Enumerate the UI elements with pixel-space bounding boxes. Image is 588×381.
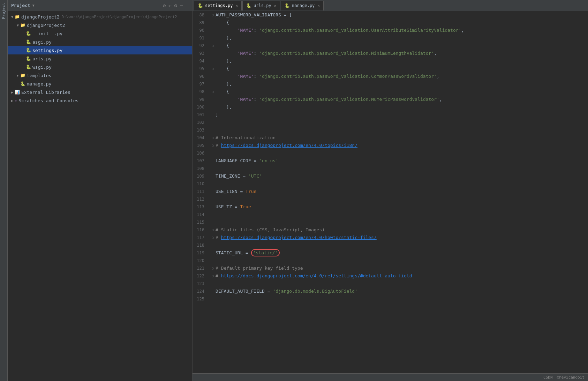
- code-line-100[interactable]: 100 },: [193, 103, 588, 111]
- tab-close-urls-tab[interactable]: ×: [274, 3, 277, 8]
- code-line-102[interactable]: 102: [193, 119, 588, 126]
- code-line-92[interactable]: 92○ {: [193, 42, 588, 50]
- tree-item-external-libs[interactable]: ▶📊 External Libraries: [8, 88, 192, 96]
- file-tree: ▼📁 djangoProject2D:\work\djangoProject\d…: [8, 11, 192, 381]
- code-line-99[interactable]: 99 'NAME': 'django.contrib.auth.password…: [193, 96, 588, 103]
- code-editor[interactable]: 88○AUTH_PASSWORD_VALIDATORS = [89 {90 'N…: [193, 11, 588, 373]
- tree-item-wsgi[interactable]: 🐍 wsgi.py: [8, 63, 192, 71]
- tab-label-settings-tab: settings.py: [205, 3, 233, 8]
- code-line-105[interactable]: 105○# https://docs.djangoproject.com/en/…: [193, 142, 588, 149]
- tree-item-djangoProject2-root[interactable]: ▼📁 djangoProject2D:\work\djangoProject\d…: [8, 13, 192, 21]
- tree-item-manage[interactable]: 🐍 manage.py: [8, 80, 192, 88]
- file-icon-external-libs: 📊: [15, 90, 20, 95]
- code-line-104[interactable]: 104○# Internationalization: [193, 134, 588, 142]
- code-line-110[interactable]: 110: [193, 180, 588, 188]
- tree-arrow-scratches[interactable]: ▶: [10, 99, 15, 103]
- tab-bar: 🐍settings.py×🐍urls.py×🐍manage.py×: [193, 0, 588, 11]
- line-content-94: },: [216, 57, 588, 65]
- code-line-123[interactable]: 123: [193, 280, 588, 287]
- tree-arrow-djangoProject2-inner[interactable]: ▼: [15, 23, 20, 27]
- code-line-118[interactable]: 118: [193, 241, 588, 249]
- locate-icon[interactable]: ⊙: [163, 3, 166, 8]
- code-line-109[interactable]: 109TIME_ZONE = 'UTC': [193, 172, 588, 180]
- code-line-97[interactable]: 97 },: [193, 80, 588, 88]
- collapse-all-icon[interactable]: ⇤: [168, 3, 171, 8]
- tree-item-__init__[interactable]: 🐍 __init__.py: [8, 29, 192, 38]
- line-content-104: # Internationalization: [216, 134, 588, 142]
- gear-icon[interactable]: ⋯: [180, 3, 183, 8]
- hide-icon[interactable]: —: [186, 3, 189, 8]
- panel-title-text: Project: [11, 3, 30, 8]
- tab-settings-tab[interactable]: 🐍settings.py×: [194, 1, 242, 10]
- tree-item-templates[interactable]: ▶📁 templates: [8, 71, 192, 80]
- line-gutter-105: ○: [210, 142, 216, 149]
- panel-dropdown-arrow[interactable]: ▼: [32, 3, 35, 7]
- tree-settings-icon[interactable]: ⚙: [174, 3, 177, 8]
- line-number-99: 99: [193, 96, 210, 103]
- tree-item-settings[interactable]: 🐍 settings.py: [8, 46, 192, 54]
- tab-urls-tab[interactable]: 🐍urls.py×: [242, 1, 280, 10]
- line-gutter-95: ○: [210, 65, 216, 73]
- file-icon-templates: 📁: [20, 73, 25, 78]
- code-line-124[interactable]: 124DEFAULT_AUTO_FIELD = 'django.db.model…: [193, 287, 588, 295]
- line-gutter-122: ○: [210, 272, 216, 280]
- tree-item-djangoProject2-inner[interactable]: ▼📁 djangoProject2: [8, 21, 192, 29]
- code-line-114[interactable]: 114: [193, 211, 588, 218]
- tab-label-urls-tab: urls.py: [254, 3, 271, 8]
- line-number-91: 91: [193, 34, 210, 42]
- line-number-120: 120: [193, 257, 210, 264]
- code-line-96[interactable]: 96 'NAME': 'django.contrib.auth.password…: [193, 73, 588, 80]
- tab-close-manage-tab[interactable]: ×: [317, 3, 320, 8]
- code-line-103[interactable]: 103: [193, 126, 588, 134]
- tab-manage-tab[interactable]: 🐍manage.py×: [281, 1, 324, 10]
- line-number-118: 118: [193, 241, 210, 249]
- code-line-115[interactable]: 115: [193, 218, 588, 226]
- tree-arrow-djangoProject2-root[interactable]: ▼: [10, 15, 15, 19]
- line-number-107: 107: [193, 157, 210, 165]
- line-number-92: 92: [193, 42, 210, 50]
- code-line-95[interactable]: 95○ {: [193, 65, 588, 73]
- code-line-111[interactable]: 111USE_I18N = True: [193, 188, 588, 195]
- brand-label: CSDN: [543, 375, 553, 380]
- tree-label-scratches: Scratches and Consoles: [18, 98, 78, 103]
- code-line-107[interactable]: 107LANGUAGE_CODE = 'en-us': [193, 157, 588, 165]
- tree-label-settings: settings.py: [32, 48, 62, 53]
- tab-icon-manage-tab: 🐍: [285, 3, 290, 8]
- code-line-113[interactable]: 113USE_TZ = True: [193, 203, 588, 211]
- code-line-88[interactable]: 88○AUTH_PASSWORD_VALIDATORS = [: [193, 11, 588, 19]
- tree-label-external-libs: External Libraries: [21, 90, 70, 95]
- line-number-121: 121: [193, 264, 210, 272]
- tree-arrow-templates[interactable]: ▶: [15, 74, 20, 77]
- code-line-91[interactable]: 91 },: [193, 34, 588, 42]
- tree-label-__init__: __init__.py: [32, 31, 62, 36]
- code-line-101[interactable]: 101]: [193, 111, 588, 119]
- line-content-113: USE_TZ = True: [216, 203, 588, 211]
- project-vertical-label[interactable]: Project: [1, 3, 6, 19]
- code-line-125[interactable]: 125: [193, 295, 588, 303]
- line-number-110: 110: [193, 180, 210, 188]
- code-line-120[interactable]: 120: [193, 257, 588, 264]
- code-line-121[interactable]: 121○# Default primary key field type: [193, 264, 588, 272]
- tree-item-asgi[interactable]: 🐍 asgi.py: [8, 38, 192, 46]
- code-line-117[interactable]: 117○# https://docs.djangoproject.com/en/…: [193, 234, 588, 241]
- code-line-116[interactable]: 116○# Static files (CSS, JavaScript, Ima…: [193, 226, 588, 234]
- code-line-112[interactable]: 112: [193, 195, 588, 203]
- code-line-119[interactable]: 119STATIC_URL = 'static/': [193, 249, 588, 257]
- code-line-122[interactable]: 122○# https://docs.djangoproject.com/en/…: [193, 272, 588, 280]
- code-line-108[interactable]: 108: [193, 165, 588, 172]
- line-content-93: 'NAME': 'django.contrib.auth.password_va…: [216, 50, 588, 57]
- code-line-90[interactable]: 90 'NAME': 'django.contrib.auth.password…: [193, 27, 588, 34]
- file-icon-asgi: 🐍: [26, 39, 31, 44]
- tree-item-scratches[interactable]: ▶✏️ Scratches and Consoles: [8, 96, 192, 105]
- line-content-111: USE_I18N = True: [216, 188, 588, 195]
- code-line-98[interactable]: 98○ {: [193, 88, 588, 96]
- tree-arrow-external-libs[interactable]: ▶: [10, 90, 15, 94]
- code-line-94[interactable]: 94 },: [193, 57, 588, 65]
- tab-close-settings-tab[interactable]: ×: [235, 3, 238, 8]
- file-icon-scratches: ✏️: [15, 98, 17, 103]
- tree-item-urls[interactable]: 🐍 urls.py: [8, 54, 192, 63]
- code-line-93[interactable]: 93 'NAME': 'django.contrib.auth.password…: [193, 50, 588, 57]
- line-number-97: 97: [193, 80, 210, 88]
- code-line-106[interactable]: 106: [193, 149, 588, 157]
- code-line-89[interactable]: 89 {: [193, 19, 588, 27]
